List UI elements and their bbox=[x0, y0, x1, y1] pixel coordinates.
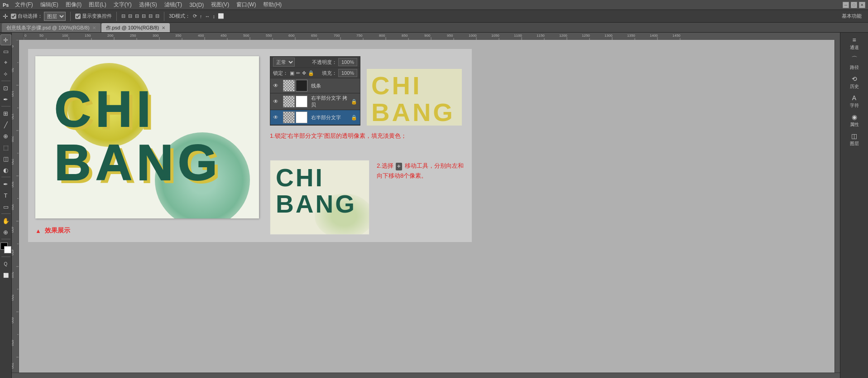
tool-eyedropper[interactable]: ✒ bbox=[0, 94, 11, 105]
tool-divider-4 bbox=[1, 213, 10, 214]
tool-shapes[interactable]: ▭ bbox=[0, 201, 11, 212]
maximize-button[interactable]: □ bbox=[851, 2, 857, 8]
show-transform-checkbox[interactable] bbox=[75, 14, 81, 19]
fill-input[interactable] bbox=[338, 69, 357, 77]
tool-crop[interactable]: ⊡ bbox=[0, 82, 11, 93]
side-panel-channels[interactable]: ≡ 通道 bbox=[841, 34, 868, 53]
layer-thumb-group-right-text bbox=[283, 111, 307, 123]
preview-card: CHI BANG CHI BANG CHI bbox=[35, 56, 259, 218]
tool-wand[interactable]: ⟡ bbox=[0, 68, 11, 79]
svg-text:250: 250 bbox=[12, 159, 14, 165]
side-panel-char[interactable]: A 字符 bbox=[841, 92, 868, 111]
lock-position-icon[interactable]: ✥ bbox=[302, 70, 306, 76]
side-panel-history[interactable]: ⟲ 历史 bbox=[841, 73, 868, 92]
blend-mode-select[interactable]: 正常 bbox=[273, 58, 295, 67]
tr-chi-word: CHI bbox=[371, 73, 455, 99]
tool-eraser[interactable]: ⬚ bbox=[0, 142, 11, 153]
opacity-input[interactable] bbox=[338, 58, 357, 66]
align-icon-6[interactable]: ⊟ bbox=[155, 13, 159, 19]
svg-text:300: 300 bbox=[153, 34, 159, 38]
layer-eye-right-copy[interactable]: 👁 bbox=[273, 98, 281, 105]
menu-view[interactable]: 视图(V) bbox=[207, 0, 233, 10]
tool-text[interactable]: T bbox=[0, 190, 11, 201]
svg-text:800: 800 bbox=[379, 34, 385, 38]
tab-2-close[interactable]: ✕ bbox=[162, 25, 165, 30]
tool-select-rect[interactable]: ▭ bbox=[0, 46, 11, 57]
channels-label: 通道 bbox=[850, 44, 859, 51]
3d-mode-label: 3D模式： bbox=[169, 13, 190, 19]
align-icon-2[interactable]: ⊟ bbox=[128, 13, 132, 19]
close-button[interactable]: ✕ bbox=[859, 2, 865, 8]
tool-brush[interactable]: ╱ bbox=[0, 119, 11, 130]
menu-layer[interactable]: 图层(L) bbox=[85, 0, 110, 10]
auto-select-dropdown[interactable]: 图层 bbox=[44, 12, 66, 21]
3d-icon-5[interactable]: ⬜ bbox=[218, 13, 224, 19]
tool-move[interactable]: ✛ bbox=[0, 34, 11, 45]
instruction-step1: 1.锁定'右半部分文字'图层的透明像素，填充淡黄色； bbox=[270, 130, 465, 155]
svg-text:1300: 1300 bbox=[604, 34, 613, 38]
side-panel-paths[interactable]: ⌒ 路径 bbox=[841, 53, 868, 73]
layer-eye-lines[interactable]: 👁 bbox=[273, 82, 281, 89]
lock-all-icon[interactable]: 🔒 bbox=[308, 70, 314, 76]
scrollbar-horizontal[interactable] bbox=[12, 373, 840, 378]
3d-icon-1[interactable]: ⟳ bbox=[193, 13, 197, 19]
tool-patch[interactable]: ⊞ bbox=[0, 108, 11, 119]
align-icon-4[interactable]: ⊟ bbox=[142, 13, 146, 19]
canvas-viewport[interactable]: CHI BANG CHI BANG CHI bbox=[19, 40, 834, 373]
fg-bg-colors[interactable] bbox=[0, 242, 11, 253]
tab-1[interactable]: 创意线条字步骤.psd @ 100%(RGB/8) ✕ bbox=[2, 23, 101, 32]
svg-text:1050: 1050 bbox=[491, 34, 499, 38]
menu-select[interactable]: 选择(S) bbox=[135, 0, 161, 10]
menu-text[interactable]: 文字(Y) bbox=[110, 0, 135, 10]
menu-help[interactable]: 帮助(H) bbox=[259, 0, 285, 10]
minimize-button[interactable]: ─ bbox=[843, 2, 849, 8]
3d-icon-2[interactable]: ↑ bbox=[200, 14, 202, 19]
lock-paint-icon[interactable]: ✏ bbox=[296, 70, 300, 76]
scroll-area: 0 50 100 150 200 250 300 bbox=[12, 40, 840, 373]
tool-divider-2 bbox=[1, 106, 10, 107]
scrollbar-vertical[interactable] bbox=[834, 40, 840, 373]
align-icon-5[interactable]: ⊟ bbox=[149, 13, 153, 19]
svg-text:1200: 1200 bbox=[559, 34, 567, 38]
tool-clone[interactable]: ⊕ bbox=[0, 131, 11, 141]
menu-image[interactable]: 图像(I) bbox=[62, 0, 85, 10]
3d-icon-4[interactable]: ↕ bbox=[213, 14, 216, 19]
3d-icon-3[interactable]: ↔ bbox=[205, 14, 210, 19]
opacity-group: 不透明度： bbox=[312, 58, 357, 66]
menu-bar: 文件(F) 编辑(E) 图像(I) 图层(L) 文字(Y) 选择(S) 滤镜(T… bbox=[11, 0, 285, 10]
left-card: CHI BANG CHI BANG CHI bbox=[35, 56, 259, 235]
tool-pen[interactable]: ✒ bbox=[0, 179, 11, 189]
align-icon-1[interactable]: ⊟ bbox=[121, 13, 125, 19]
menu-window[interactable]: 窗口(W) bbox=[233, 0, 259, 10]
menu-3d[interactable]: 3D(D) bbox=[186, 0, 207, 10]
ruler-row: 0 50 100 150 200 250 300 bbox=[12, 33, 840, 40]
auto-select-checkbox[interactable] bbox=[11, 14, 16, 19]
layer-item-right-copy[interactable]: 👁 右半部分文字 拷贝 🔒 bbox=[270, 93, 360, 110]
side-panel-layers[interactable]: ◫ 图层 bbox=[841, 131, 868, 149]
right-content: 正常 不透明度： bbox=[270, 56, 465, 235]
tool-hand[interactable]: ✋ bbox=[0, 215, 11, 226]
side-panel-attributes[interactable]: ◉ 属性 bbox=[841, 111, 868, 130]
menu-edit[interactable]: 编辑(E) bbox=[37, 0, 62, 10]
tab-2[interactable]: 作.psd @ 100%(RGB/8) ✕ bbox=[101, 23, 170, 32]
tool-dodge[interactable]: ◐ bbox=[0, 165, 11, 175]
tool-lasso[interactable]: ⌖ bbox=[0, 57, 11, 68]
lock-transparent-icon[interactable]: ▣ bbox=[290, 70, 294, 76]
ruler-vertical: 0 50 100 150 200 250 300 bbox=[12, 40, 19, 373]
basic-feature-label[interactable]: 基本功能 bbox=[842, 13, 862, 19]
svg-text:150: 150 bbox=[12, 113, 14, 120]
menu-file[interactable]: 文件(F) bbox=[11, 0, 36, 10]
layer-item-right-text[interactable]: 👁 右半部分文字 🔒 bbox=[270, 110, 360, 125]
tool-gradient[interactable]: ◫ bbox=[0, 153, 11, 164]
background-color[interactable] bbox=[4, 246, 11, 253]
menu-filter[interactable]: 滤镜(T) bbox=[161, 0, 186, 10]
tab-1-close[interactable]: ✕ bbox=[92, 25, 96, 30]
tool-mode-normal[interactable]: Q bbox=[0, 258, 11, 269]
ruler-horizontal: 0 50 100 150 200 250 300 bbox=[24, 33, 840, 40]
align-icon-3[interactable]: ⊟ bbox=[135, 13, 139, 19]
layer-item-lines[interactable]: 👁 线条 bbox=[270, 78, 360, 93]
tool-zoom[interactable]: ⊕ bbox=[0, 227, 11, 237]
tool-screen-mode[interactable]: ⬜ bbox=[0, 270, 11, 281]
layer-eye-right-text[interactable]: 👁 bbox=[273, 114, 281, 121]
svg-text:0: 0 bbox=[24, 34, 27, 38]
